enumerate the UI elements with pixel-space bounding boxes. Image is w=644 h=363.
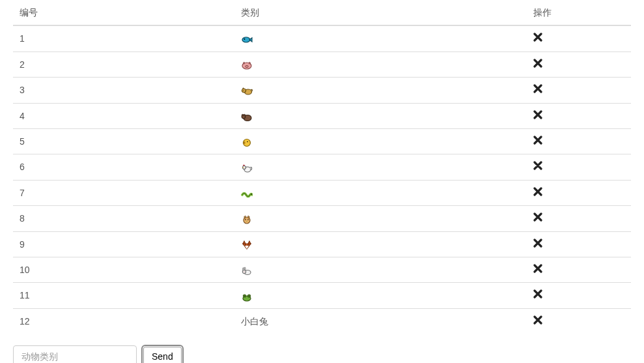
svg-point-27 xyxy=(245,220,246,221)
delete-icon[interactable] xyxy=(533,315,542,325)
cell-action xyxy=(527,180,631,205)
animal-table: 编号 类别 操作 12345678 9101112小白兔 xyxy=(13,0,631,334)
svg-point-15 xyxy=(242,114,243,115)
table-row: 12小白兔 xyxy=(13,308,631,334)
cell-id: 3 xyxy=(13,78,234,103)
table-row: 9 xyxy=(13,231,631,257)
category-input[interactable] xyxy=(13,345,137,363)
svg-point-12 xyxy=(243,91,244,91)
svg-point-38 xyxy=(243,268,244,271)
category-text: 小白兔 xyxy=(241,316,268,327)
svg-point-19 xyxy=(247,141,248,143)
svg-point-16 xyxy=(244,114,245,115)
cell-action xyxy=(527,206,631,231)
cell-action xyxy=(527,103,631,128)
svg-point-4 xyxy=(245,65,249,67)
cell-action xyxy=(527,231,631,257)
svg-point-2 xyxy=(244,38,245,40)
frog-icon xyxy=(241,290,253,300)
delete-icon[interactable] xyxy=(533,212,542,222)
cell-id: 6 xyxy=(13,154,234,180)
cell-action xyxy=(527,25,631,51)
header-category: 类别 xyxy=(234,0,527,25)
cell-category xyxy=(234,78,527,103)
table-row: 8 xyxy=(13,206,631,231)
svg-point-40 xyxy=(244,272,245,272)
table-row: 2 xyxy=(13,51,631,77)
delete-icon[interactable] xyxy=(533,161,542,170)
cell-action xyxy=(527,308,631,334)
cell-action xyxy=(527,78,631,103)
table-row: 1 xyxy=(13,25,631,51)
delete-icon[interactable] xyxy=(533,264,542,273)
cell-id: 8 xyxy=(13,206,234,231)
header-action: 操作 xyxy=(527,0,631,25)
cell-id: 1 xyxy=(13,25,234,51)
fish-icon xyxy=(241,33,253,44)
cell-category xyxy=(234,51,527,77)
svg-point-28 xyxy=(247,220,249,221)
send-button[interactable]: Send xyxy=(143,347,182,363)
cell-category xyxy=(234,283,527,308)
cell-category xyxy=(234,103,527,128)
cell-action xyxy=(527,283,631,308)
fox-icon xyxy=(241,239,253,250)
delete-icon[interactable] xyxy=(533,239,542,248)
svg-point-35 xyxy=(247,244,249,246)
cell-id: 4 xyxy=(13,103,234,128)
delete-icon[interactable] xyxy=(533,136,542,145)
snake-icon xyxy=(241,188,253,198)
cell-action xyxy=(527,128,631,154)
delete-icon[interactable] xyxy=(533,59,542,68)
delete-icon[interactable] xyxy=(533,187,542,196)
cell-category xyxy=(234,25,527,51)
table-row: 10 xyxy=(13,257,631,282)
cell-action xyxy=(527,257,631,282)
svg-marker-7 xyxy=(243,62,245,64)
cell-action xyxy=(527,51,631,77)
delete-icon[interactable] xyxy=(533,84,542,93)
svg-marker-8 xyxy=(249,62,251,64)
table-row: 5 xyxy=(13,128,631,154)
svg-point-44 xyxy=(244,295,245,296)
cell-id: 9 xyxy=(13,231,234,257)
cell-id: 11 xyxy=(13,283,234,308)
chick-icon xyxy=(241,136,253,147)
table-row: 3 xyxy=(13,78,631,103)
svg-point-5 xyxy=(246,66,247,67)
cell-category: 小白兔 xyxy=(234,308,527,334)
svg-marker-32 xyxy=(248,241,251,244)
cell-category xyxy=(234,257,527,282)
cell-id: 7 xyxy=(13,180,234,205)
rooster-icon xyxy=(241,162,253,172)
delete-icon[interactable] xyxy=(533,110,542,119)
cat-icon xyxy=(241,213,253,224)
cell-category xyxy=(234,128,527,154)
cell-category xyxy=(234,154,527,180)
delete-icon[interactable] xyxy=(533,33,542,42)
table-row: 6 xyxy=(13,154,631,180)
cell-category xyxy=(234,206,527,231)
header-id: 编号 xyxy=(13,0,234,25)
cell-category xyxy=(234,180,527,205)
svg-marker-31 xyxy=(243,241,245,244)
svg-point-24 xyxy=(244,217,250,224)
rabbit-icon xyxy=(241,265,253,275)
dog-icon xyxy=(241,85,253,95)
delete-icon[interactable] xyxy=(533,289,542,298)
svg-point-6 xyxy=(247,66,247,67)
pig-icon xyxy=(241,59,253,70)
svg-point-23 xyxy=(251,194,252,194)
table-row: 4 xyxy=(13,103,631,128)
cell-id: 12 xyxy=(13,308,234,334)
svg-point-34 xyxy=(245,244,246,246)
bear-icon xyxy=(241,111,253,121)
cell-action xyxy=(527,154,631,180)
cell-id: 5 xyxy=(13,128,234,154)
table-row: 11 xyxy=(13,283,631,308)
cell-id: 10 xyxy=(13,257,234,282)
add-form: Send xyxy=(13,345,631,363)
cell-id: 2 xyxy=(13,51,234,77)
cell-category xyxy=(234,231,527,257)
svg-point-45 xyxy=(249,295,249,296)
